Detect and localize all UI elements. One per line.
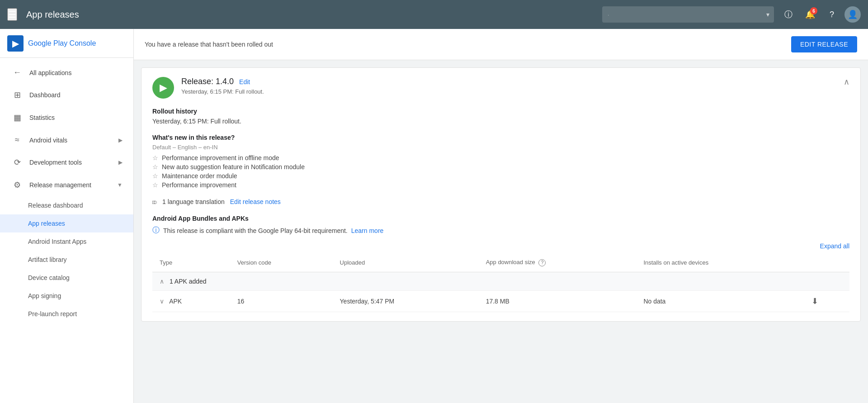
release-header: ▶ Release: 1.4.0 Edit Yesterday, 6:15 PM… — [152, 77, 849, 99]
edit-release-button[interactable]: EDIT RELEASE — [791, 36, 857, 52]
dashboard-icon: ⊞ — [12, 90, 22, 100]
release-title-row: Release: 1.4.0 Edit — [181, 77, 849, 86]
whats-new-lang: Default – English – en-IN — [152, 144, 849, 151]
release-title-block: Release: 1.4.0 Edit Yesterday, 6:15 PM: … — [181, 77, 849, 95]
whats-new-item-1: ☆ Performance improvement in offline mod… — [152, 154, 849, 161]
col-app-size: App download size ? — [479, 253, 637, 272]
sidebar-item-dev-tools[interactable]: ⟳ Development tools ▶ — [0, 151, 133, 174]
edit-release-notes-link[interactable]: Edit release notes — [230, 198, 281, 205]
info-button[interactable]: ⓘ — [779, 5, 797, 24]
compliant-info-icon: ⓘ — [152, 226, 160, 235]
apk-expand-icon[interactable]: ∨ — [160, 298, 164, 305]
layout: ▶ Google Play Console ← All applications… — [0, 29, 868, 403]
star-icon-4: ☆ — [152, 181, 158, 189]
menu-icon[interactable]: ☰ — [7, 8, 17, 21]
translation-icon: ⎄ — [152, 198, 157, 206]
apk-table: Type Version code Uploaded App download … — [152, 253, 849, 312]
expand-vitals-icon: ▶ — [118, 137, 123, 143]
whats-new-label: What's new in this release? — [152, 134, 849, 141]
logo-icon: ▶ — [7, 35, 24, 52]
sidebar-item-release-dashboard[interactable]: Release dashboard — [0, 196, 133, 214]
collapse-icon[interactable]: ∧ — [844, 77, 849, 87]
statistics-icon: ▦ — [12, 113, 22, 123]
banner-text: You have a release that hasn't been roll… — [145, 41, 273, 48]
apk-download-cell: ⬇ — [804, 290, 849, 312]
learn-more-link[interactable]: Learn more — [351, 227, 384, 234]
whats-new-section: What's new in this release? Default – En… — [152, 134, 849, 189]
avatar-icon: 👤 — [848, 9, 858, 19]
user-avatar[interactable]: 👤 — [844, 6, 861, 23]
rollout-history-value: Yesterday, 6:15 PM: Full rollout. — [152, 118, 849, 125]
release-card: ▶ Release: 1.4.0 Edit Yesterday, 6:15 PM… — [141, 67, 861, 322]
expand-all-link[interactable]: Expand all — [820, 242, 849, 250]
sidebar-item-app-signing[interactable]: App signing — [0, 287, 133, 305]
table-row: ∨ APK 16 Yesterday, 5:47 PM 17.8 MB No d… — [152, 290, 849, 312]
download-icon[interactable]: ⬇ — [811, 297, 818, 306]
dev-tools-icon: ⟳ — [12, 157, 22, 167]
search-wrapper: ▾ — [602, 6, 774, 23]
col-type: Type — [152, 253, 230, 272]
help-button[interactable]: ? — [823, 5, 841, 24]
apk-uploaded: Yesterday, 5:47 PM — [333, 290, 479, 312]
release-play-icon: ▶ — [152, 77, 174, 99]
back-icon: ← — [12, 68, 22, 77]
topbar: ☰ App releases ▾ ⓘ 🔔 6 ? 👤 — [0, 0, 868, 29]
help-icon: ? — [830, 10, 834, 19]
col-uploaded: Uploaded — [333, 253, 479, 272]
sidebar-item-device-catalog[interactable]: Device catalog — [0, 269, 133, 287]
notifications-button[interactable]: 🔔 6 — [801, 5, 819, 24]
apk-version-code: 16 — [230, 290, 333, 312]
info-icon: ⓘ — [784, 9, 793, 20]
release-banner: You have a release that hasn't been roll… — [134, 29, 868, 60]
sidebar-item-android-vitals[interactable]: ≈ Android vitals ▶ — [0, 129, 133, 151]
bundles-section: Android App Bundles and APKs ⓘ This rele… — [152, 215, 849, 235]
sidebar: ▶ Google Play Console ← All applications… — [0, 29, 134, 403]
compliant-text: This release is compliant with the Googl… — [163, 227, 348, 234]
logo-text: Google Play Console — [28, 39, 96, 47]
sidebar-item-android-instant[interactable]: Android Instant Apps — [0, 232, 133, 251]
col-installs: Installs on active devices — [636, 253, 804, 272]
col-version-code: Version code — [230, 253, 333, 272]
search-input[interactable] — [602, 6, 774, 23]
expand-all-row: Expand all — [152, 242, 849, 250]
sidebar-item-all-apps[interactable]: ← All applications — [0, 62, 133, 84]
apk-group-actions — [804, 272, 849, 290]
star-icon-3: ☆ — [152, 172, 158, 180]
apk-group-label: ∧ 1 APK added — [152, 272, 804, 290]
sidebar-item-release-mgmt[interactable]: ⚙ Release management ▼ — [0, 174, 133, 196]
apk-installs: No data — [636, 290, 804, 312]
sidebar-item-dashboard[interactable]: ⊞ Dashboard — [0, 84, 133, 106]
whats-new-item-2: ☆ New auto suggestion feature in Notific… — [152, 163, 849, 171]
compliant-row: ⓘ This release is compliant with the Goo… — [152, 226, 849, 235]
release-mgmt-icon: ⚙ — [12, 180, 22, 190]
sidebar-nav: ← All applications ⊞ Dashboard ▦ Statist… — [0, 58, 133, 327]
star-icon-2: ☆ — [152, 163, 158, 171]
sidebar-item-statistics[interactable]: ▦ Statistics — [0, 106, 133, 129]
whats-new-item-3: ☆ Maintenance order module — [152, 172, 849, 180]
group-collapse-icon[interactable]: ∧ — [160, 278, 164, 285]
sidebar-item-app-releases[interactable]: App releases — [0, 214, 133, 232]
rollout-history-section: Rollout history Yesterday, 6:15 PM: Full… — [152, 108, 849, 125]
apk-group-row: ∧ 1 APK added — [152, 272, 849, 290]
sidebar-logo: ▶ Google Play Console — [0, 29, 133, 58]
app-size-info-icon[interactable]: ? — [538, 259, 546, 266]
notification-badge: 6 — [810, 7, 817, 14]
star-icon-1: ☆ — [152, 154, 158, 161]
col-actions — [804, 253, 849, 272]
main-content: You have a release that hasn't been roll… — [134, 29, 868, 403]
release-version: Release: 1.4.0 — [181, 77, 234, 86]
bundles-header: Android App Bundles and APKs — [152, 215, 849, 222]
page-title: App releases — [26, 9, 597, 20]
release-subtitle: Yesterday, 6:15 PM: Full rollout. — [181, 88, 849, 95]
release-edit-link[interactable]: Edit — [239, 78, 250, 85]
translation-row: ⎄ 1 language translation Edit release no… — [152, 198, 849, 206]
apk-size: 17.8 MB — [479, 290, 637, 312]
topbar-actions: ⓘ 🔔 6 ? 👤 — [779, 5, 861, 24]
vitals-icon: ≈ — [12, 135, 22, 145]
sidebar-item-pre-launch[interactable]: Pre-launch report — [0, 305, 133, 323]
apk-type: ∨ APK — [152, 290, 230, 312]
sidebar-item-artifact-library[interactable]: Artifact library — [0, 251, 133, 269]
whats-new-item-4: ☆ Performance improvement — [152, 181, 849, 189]
expand-release-mgmt-icon: ▼ — [117, 182, 123, 188]
translation-count: 1 language translation — [162, 198, 225, 205]
